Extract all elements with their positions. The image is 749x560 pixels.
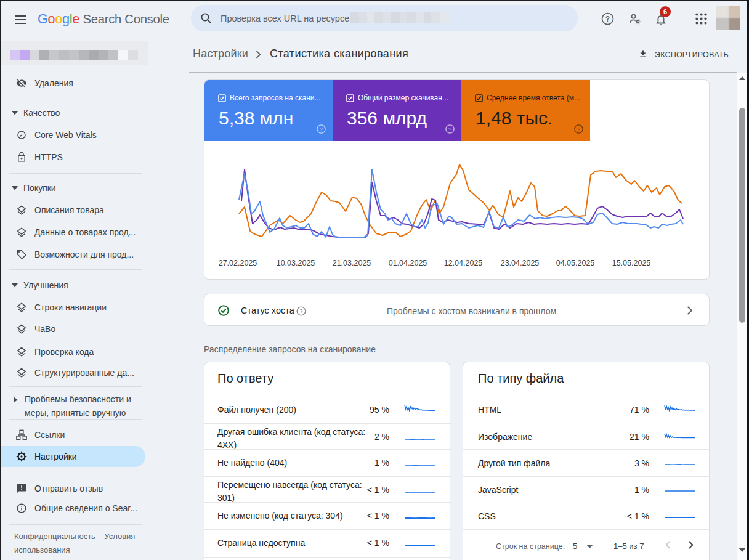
svg-text:04.05.2025: 04.05.2025	[556, 259, 595, 267]
svg-text:01.04.2025: 01.04.2025	[389, 259, 427, 267]
svg-text:12.04.2025: 12.04.2025	[444, 259, 483, 267]
svg-text:10.03.2025: 10.03.2025	[277, 259, 315, 267]
svg-text:?: ?	[320, 126, 323, 132]
svg-text:?: ?	[577, 126, 580, 132]
svg-text:27.02.2025: 27.02.2025	[219, 259, 257, 267]
svg-text:?: ?	[605, 15, 610, 23]
svg-text:15.05.2025: 15.05.2025	[612, 259, 651, 267]
svg-text:21.03.2025: 21.03.2025	[333, 259, 371, 267]
svg-text:?: ?	[448, 126, 451, 132]
svg-text:23.04.2025: 23.04.2025	[501, 259, 540, 267]
svg-text:?: ?	[299, 307, 302, 314]
